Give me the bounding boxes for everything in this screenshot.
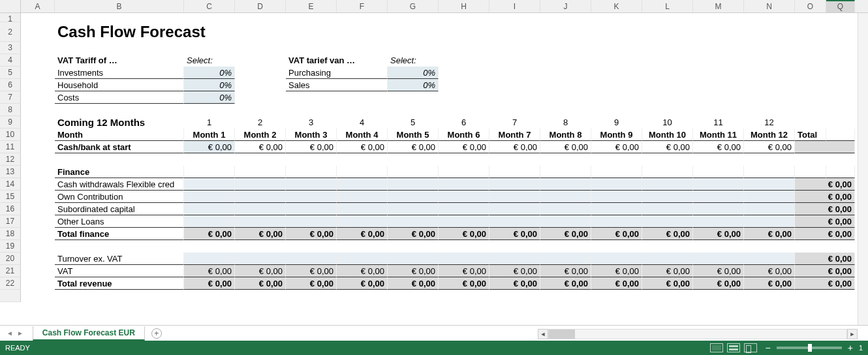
finance-header[interactable]: Finance [55, 166, 184, 178]
col-header-B[interactable]: B [55, 0, 184, 12]
row-header-15[interactable]: 15 [0, 191, 21, 203]
vat-sales-label[interactable]: Sales [286, 79, 388, 91]
vat-sales-value[interactable]: 0% [388, 79, 439, 91]
month-10[interactable]: Month 10 [642, 129, 693, 141]
total-revenue-m9[interactable]: € 0,00 [591, 277, 642, 290]
vat-m2[interactable]: € 0,00 [235, 265, 286, 277]
col-header-P[interactable]: Q [826, 0, 855, 12]
row-header-13[interactable]: 13 [0, 166, 21, 178]
zoom-level[interactable]: 1 [859, 344, 863, 352]
total-finance-m4[interactable]: € 0,00 [337, 228, 388, 240]
col-header-C[interactable]: C [184, 0, 235, 12]
month-num-10[interactable]: 10 [642, 116, 693, 129]
vat-household-label[interactable]: Household [55, 79, 184, 91]
hscroll-thumb[interactable] [549, 330, 575, 339]
month-11[interactable]: Month 11 [693, 129, 744, 141]
cash-start-m4[interactable]: € 0,00 [337, 141, 388, 153]
col-header-N[interactable]: N [744, 0, 795, 12]
total-revenue-m3[interactable]: € 0,00 [286, 277, 337, 290]
vat-right-header[interactable]: VAT tarief van … [286, 54, 337, 67]
row-header-7[interactable]: 7 [0, 91, 21, 104]
month-num-8[interactable]: 8 [540, 116, 591, 129]
add-sheet-button[interactable]: + [151, 328, 162, 339]
row-header-17[interactable]: 17 [0, 215, 21, 228]
month-2[interactable]: Month 2 [235, 129, 286, 141]
col-header-A[interactable]: A [21, 0, 55, 12]
row-header-9[interactable]: 9 [0, 116, 21, 129]
month-num-4[interactable]: 4 [337, 116, 388, 129]
finance-row-2-total[interactable]: € 0,00 [795, 203, 855, 215]
finance-row-1[interactable]: Own Contribution [55, 191, 184, 203]
total-revenue-label[interactable]: Total revenue [55, 277, 184, 290]
col-header-F[interactable]: F [337, 0, 388, 12]
total-finance-m12[interactable]: € 0,00 [744, 228, 795, 240]
total-finance-m8[interactable]: € 0,00 [540, 228, 591, 240]
total-finance-m1[interactable]: € 0,00 [184, 228, 235, 240]
vat-investments-label[interactable]: Investments [55, 67, 184, 79]
total-finance-m5[interactable]: € 0,00 [388, 228, 439, 240]
coming-12-months-header[interactable]: Coming 12 Months [55, 116, 184, 129]
total-revenue-m10[interactable]: € 0,00 [642, 277, 693, 290]
month-1[interactable]: Month 1 [184, 129, 235, 141]
zoom-out-button[interactable]: − [764, 343, 773, 353]
total-finance-m3[interactable]: € 0,00 [286, 228, 337, 240]
col-header-H[interactable]: H [439, 0, 489, 12]
total-revenue-m6[interactable]: € 0,00 [439, 277, 489, 290]
total-revenue-m11[interactable]: € 0,00 [693, 277, 744, 290]
vat-m7[interactable]: € 0,00 [489, 265, 540, 277]
vat-m11[interactable]: € 0,00 [693, 265, 744, 277]
row-header-19[interactable]: 19 [0, 240, 21, 253]
page-title[interactable]: Cash Flow Forecast [55, 22, 859, 42]
finance-row-3[interactable]: Other Loans [55, 215, 184, 228]
row-header-5[interactable]: 5 [0, 67, 21, 79]
total-revenue-m7[interactable]: € 0,00 [489, 277, 540, 290]
zoom-thumb[interactable] [808, 344, 812, 352]
month-num-6[interactable]: 6 [439, 116, 489, 129]
month-num-7[interactable]: 7 [489, 116, 540, 129]
hscroll-left-icon[interactable]: ◄ [538, 329, 548, 339]
vat-m9[interactable]: € 0,00 [591, 265, 642, 277]
month-num-2[interactable]: 2 [235, 116, 286, 129]
cash-start-m8[interactable]: € 0,00 [540, 141, 591, 153]
row-header-12[interactable]: 12 [0, 153, 21, 166]
cash-start-m10[interactable]: € 0,00 [642, 141, 693, 153]
vat-right-select-label[interactable]: Select: [388, 54, 439, 67]
finance-row-0[interactable]: Cash withdrawals Flexible cred [55, 178, 184, 191]
zoom-slider[interactable] [777, 347, 842, 349]
month-num-12[interactable]: 12 [744, 116, 795, 129]
vat-purchasing-value[interactable]: 0% [388, 67, 439, 79]
month-12[interactable]: Month 12 [744, 129, 795, 141]
cash-start-m2[interactable]: € 0,00 [235, 141, 286, 153]
total-revenue-m12[interactable]: € 0,00 [744, 277, 795, 290]
row-header-1[interactable]: 1 [0, 13, 21, 22]
col-header-J[interactable]: J [540, 0, 591, 12]
finance-row-2[interactable]: Subordinated capital [55, 203, 184, 215]
month-7[interactable]: Month 7 [489, 129, 540, 141]
total-finance-m7[interactable]: € 0,00 [489, 228, 540, 240]
horizontal-scrollbar[interactable]: ◄ ► [538, 329, 858, 339]
col-header-L[interactable]: L [642, 0, 693, 12]
col-header-O[interactable]: O [795, 0, 826, 12]
cash-start-m12[interactable]: € 0,00 [744, 141, 795, 153]
month-num-5[interactable]: 5 [388, 116, 439, 129]
total-finance-m10[interactable]: € 0,00 [642, 228, 693, 240]
cash-start-m9[interactable]: € 0,00 [591, 141, 642, 153]
total-label[interactable]: Total [795, 129, 826, 141]
row-header-14[interactable]: 14 [0, 178, 21, 191]
total-finance-m6[interactable]: € 0,00 [439, 228, 489, 240]
month-5[interactable]: Month 5 [388, 129, 439, 141]
row-header-23[interactable] [0, 290, 21, 302]
vat-m4[interactable]: € 0,00 [337, 265, 388, 277]
month-4[interactable]: Month 4 [337, 129, 388, 141]
total-finance-label[interactable]: Total finance [55, 228, 184, 240]
turnover-total[interactable]: € 0,00 [795, 253, 855, 265]
month-num-1[interactable]: 1 [184, 116, 235, 129]
vat-m6[interactable]: € 0,00 [439, 265, 489, 277]
vat-total[interactable]: € 0,00 [795, 265, 855, 277]
vat-costs-label[interactable]: Costs [55, 91, 184, 104]
finance-row-3-total[interactable]: € 0,00 [795, 215, 855, 228]
finance-row-0-total[interactable]: € 0,00 [795, 178, 855, 191]
col-header-I[interactable]: I [489, 0, 540, 12]
turnover-label[interactable]: Turnover ex. VAT [55, 253, 184, 265]
vat-m1[interactable]: € 0,00 [184, 265, 235, 277]
